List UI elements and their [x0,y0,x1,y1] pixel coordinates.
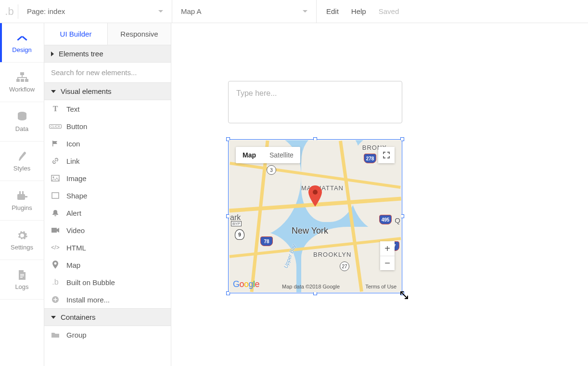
svg-rect-9 [26,77,27,79]
containers-header[interactable]: Containers [44,308,171,326]
nav-styles[interactable]: Styles [0,142,44,181]
page-selector-dropdown[interactable]: Page: index [18,0,172,23]
chevron-down-icon [51,316,56,319]
element-button[interactable]: CLICKButton [44,118,171,135]
nav-workflow-label: Workflow [9,86,35,93]
map-terms-link[interactable]: Terms of Use [365,284,396,289]
elements-tree-header[interactable]: Elements tree [44,45,171,63]
svg-rect-17 [20,277,23,278]
topbar: .b Page: index Map A Edit Help Saved [0,0,588,23]
saved-status: Saved [379,7,399,15]
fullscreen-button[interactable] [378,147,395,163]
element-built-on-bubble-label: Built on Bubble [66,278,115,287]
help-link[interactable]: Help [351,7,366,15]
svg-point-23 [313,190,318,195]
element-html[interactable]: </>HTML [44,239,171,256]
nav-logs[interactable]: Logs [0,260,44,300]
bubble-icon: .b [50,277,61,287]
tab-ui-builder[interactable]: UI Builder [44,23,107,45]
element-video-label: Video [66,226,85,235]
nav-design-label: Design [12,46,31,53]
element-image-label: Image [66,174,87,183]
map-viewport[interactable]: MANHATTAN New York BROOKLYN BRONX ark Q … [229,140,401,292]
map-type-satellite-button[interactable]: Satellite [263,147,300,163]
element-map[interactable]: Map [44,256,171,274]
element-shape[interactable]: Shape [44,187,171,204]
element-alert[interactable]: Alert [44,204,171,222]
chevron-down-icon [158,10,163,13]
edit-link[interactable]: Edit [326,7,339,15]
chevron-right-icon [51,52,54,56]
map-label-qu: Q [395,216,400,224]
element-built-on-bubble[interactable]: .bBuilt on Bubble [44,274,171,291]
nav-plugins-label: Plugins [12,204,32,211]
element-selector-dropdown[interactable]: Map A [172,0,317,23]
nav-settings-label: Settings [11,244,33,251]
zoom-control: + − [380,241,395,270]
element-alert-label: Alert [66,209,81,217]
text-input-element[interactable]: Type here... [228,81,402,123]
workflow-icon [15,71,29,84]
map-label-newyork: New York [292,226,328,236]
element-link[interactable]: Link [44,152,171,170]
tab-responsive[interactable]: Responsive [107,23,171,45]
visual-elements-header[interactable]: Visual elements [44,82,171,100]
element-selector-label: Map A [181,7,202,15]
text-input-placeholder: Type here... [236,89,277,97]
element-video[interactable]: Video [44,222,171,239]
map-type-map-button[interactable]: Map [236,147,263,163]
resize-cursor-icon [399,290,409,300]
element-image[interactable]: Image [44,170,171,187]
alert-icon [50,208,61,218]
nav-plugins[interactable]: Plugins [0,181,44,221]
link-icon [50,156,61,166]
element-text-label: Text [66,105,80,113]
settings-icon [15,229,29,242]
shield-i278: 278 [364,154,376,163]
element-button-label: Button [66,122,87,131]
topbar-actions: Edit Help Saved [317,7,399,15]
map-marker-icon [307,185,323,209]
elements-panel: UI Builder Responsive Elements tree Sear… [44,23,171,366]
svg-rect-7 [17,77,27,78]
styles-icon [15,150,29,163]
nav-settings[interactable]: Settings [0,221,44,260]
editor-canvas[interactable]: Type here... [171,23,588,366]
search-elements-input[interactable]: Search for new elements... [44,63,171,82]
visual-elements-list: TText CLICKButton Icon Link Image Shape … [44,100,171,308]
element-install-more-label: Install more... [66,296,110,304]
map-element-selected[interactable]: MANHATTAN New York BROOKLYN BRONX ark Q … [228,139,402,293]
shield-i78: 78 [260,236,273,246]
nav-design[interactable]: Design [0,23,44,63]
element-icon[interactable]: Icon [44,135,171,152]
svg-rect-2 [20,72,24,75]
svg-rect-4 [21,79,24,82]
svg-rect-16 [20,275,24,276]
svg-rect-21 [51,228,57,233]
nav-data[interactable]: Data [0,102,44,142]
svg-rect-8 [17,77,18,79]
shield-i495: 495 [379,215,392,224]
svg-rect-14 [25,196,27,197]
svg-rect-6 [22,75,23,77]
byp-label: BYP [231,221,242,226]
zoom-out-button[interactable]: − [380,256,395,270]
element-text[interactable]: TText [44,100,171,118]
nav-workflow[interactable]: Workflow [0,63,44,102]
zoom-in-button[interactable]: + [380,241,395,256]
svg-rect-3 [16,79,20,82]
element-install-more[interactable]: Install more... [44,291,171,308]
element-group[interactable]: Group [44,326,171,343]
elements-tree-label: Elements tree [59,50,103,58]
svg-point-19 [53,177,54,178]
panel-tabs: UI Builder Responsive [44,23,171,45]
text-icon: T [50,104,61,114]
element-html-label: HTML [66,244,86,252]
element-link-label: Link [66,157,80,165]
svg-rect-15 [20,274,24,275]
page-selector-label: Page: index [27,7,65,15]
svg-rect-12 [19,191,21,194]
nav-logs-label: Logs [15,283,28,290]
route-27: 27 [340,261,349,271]
svg-rect-20 [52,193,59,198]
